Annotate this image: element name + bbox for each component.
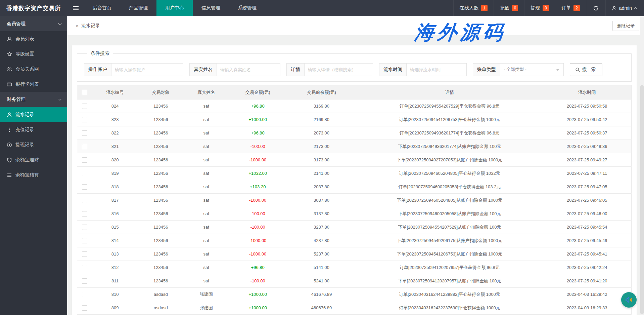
cell-real-name: saf — [183, 167, 229, 180]
row-checkbox[interactable] — [82, 292, 87, 297]
cell-trade-target: 123456 — [138, 247, 183, 261]
cell-balance-before: 3237.80 — [287, 221, 357, 234]
table-row: 811 123456 saf -100.00 5241.00 下单[202307… — [77, 274, 632, 288]
cell-balance-before: 460676.89 — [287, 301, 357, 315]
cell-trade-target: 123456 — [138, 234, 183, 247]
cell-balance-before: 4237.80 — [287, 234, 357, 247]
sidebar-group-member-management[interactable]: 会员管理 — [0, 16, 67, 31]
row-checkbox[interactable] — [82, 130, 87, 136]
cell-flow-id: 816 — [92, 207, 138, 221]
sidebar-item-yuebao-invest[interactable]: 余额宝理财 — [0, 152, 67, 167]
yen-circle-icon — [7, 142, 12, 148]
cell-flow-time: 2023-07-25 09:50:58 — [543, 100, 631, 113]
row-checkbox[interactable] — [82, 144, 87, 149]
stat-orders[interactable]: 订单 2 — [555, 0, 586, 16]
vertical-scrollbar[interactable] — [640, 16, 644, 315]
nav-item-system[interactable]: 系统管理 — [229, 0, 265, 16]
select-all-checkbox[interactable] — [82, 90, 87, 95]
sidebar-item-flow-records[interactable]: 流水记录 — [0, 107, 67, 122]
cell-flow-id: 817 — [92, 194, 138, 207]
delete-records-button[interactable]: 删除记录 — [612, 21, 639, 31]
operator-account-input[interactable] — [111, 63, 183, 76]
cell-detail: 下单[20230725094605204805]从账户扣除金额 1000元 — [357, 194, 543, 207]
row-checkbox[interactable] — [82, 171, 87, 176]
header-trade-amount: 交易金额(元) — [229, 85, 287, 100]
cell-balance-before: 461676.89 — [287, 288, 357, 301]
row-checkbox[interactable] — [82, 117, 87, 122]
row-checkbox[interactable] — [82, 278, 87, 284]
row-checkbox[interactable] — [82, 157, 87, 163]
header-trade-target: 交易对象 — [138, 85, 183, 100]
cell-real-name: saf — [183, 274, 229, 288]
cell-detail: 下单[20230725094554207529]从账户扣除金额 100元 — [357, 221, 543, 234]
flow-time-input[interactable] — [406, 63, 467, 76]
cell-real-name: 张建国 — [183, 288, 229, 301]
cell-trade-amount: -100.00 — [229, 221, 287, 234]
bill-type-select[interactable]: - 全部类型 - — [500, 63, 564, 76]
table-header-row: 流水编号 交易对象 真实姓名 交易金额(元) 交易前余额(元) 详情 流水时间 — [77, 85, 632, 100]
table-row: 821 123456 saf -100.00 2173.00 下单[202307… — [77, 140, 632, 153]
sidebar-item-level-settings[interactable]: 等级设置 — [0, 46, 67, 62]
table-row: 822 123456 saf +96.80 2073.00 订单[2023072… — [77, 126, 632, 140]
topbar-right: 在线人数 1 充值 0 提现 0 订单 2 admin — [453, 0, 644, 16]
sidebar-item-member-list[interactable]: 会员列表 — [0, 31, 67, 46]
sidebar-item-withdraw-records[interactable]: 提现记录 — [0, 137, 67, 152]
cell-detail: 订单[20230403162432237690]平仓获得金额 1000元 — [357, 301, 543, 315]
table-row: 813 123456 saf -1000.00 5237.80 下单[20230… — [77, 247, 632, 261]
breadcrumb: » 流水记录 — [76, 16, 100, 35]
cell-flow-time: 2023-07-25 09:45:49 — [543, 234, 631, 247]
cell-real-name: saf — [183, 153, 229, 167]
cell-balance-before: 3173.00 — [287, 153, 357, 167]
cell-flow-id: 814 — [92, 234, 138, 247]
search-icon — [575, 67, 580, 72]
cell-flow-id: 809 — [92, 301, 138, 315]
sidebar-group-finance-management[interactable]: 财务管理 — [0, 92, 67, 107]
cell-flow-id: 810 — [92, 288, 138, 301]
hamburger-menu-icon[interactable] — [67, 0, 84, 16]
cell-real-name: saf — [183, 126, 229, 140]
sidebar-item-recharge-records[interactable]: 充值记录 — [0, 122, 67, 137]
scrollbar-thumb[interactable] — [640, 85, 644, 314]
stat-online-users[interactable]: 在线人数 1 — [453, 0, 494, 16]
cell-trade-amount: -1000.00 — [229, 247, 287, 261]
stat-withdraw[interactable]: 提现 0 — [524, 0, 555, 16]
sidebar-item-yuebao-settle[interactable]: 余额宝结算 — [0, 167, 67, 183]
row-checkbox[interactable] — [82, 104, 87, 109]
cell-balance-before: 5241.00 — [287, 274, 357, 288]
row-checkbox[interactable] — [82, 198, 87, 203]
nav-item-information[interactable]: 信息管理 — [193, 0, 229, 16]
real-name-input[interactable] — [217, 63, 280, 76]
chevron-up-icon — [634, 7, 637, 10]
nav-item-dashboard[interactable]: 后台首页 — [84, 0, 120, 16]
nav-item-products[interactable]: 产品管理 — [120, 0, 156, 16]
cell-trade-target: 123456 — [138, 167, 183, 180]
sidebar-item-member-network[interactable]: 会员关系网 — [0, 62, 67, 77]
admin-menu[interactable]: admin — [605, 0, 644, 16]
cell-real-name: saf — [183, 113, 229, 126]
row-checkbox[interactable] — [82, 225, 87, 230]
table-row: 823 123456 saf +1000.00 2169.80 订单[20230… — [77, 113, 632, 126]
refresh-icon[interactable] — [586, 0, 605, 16]
row-checkbox[interactable] — [82, 211, 87, 216]
cell-flow-time: 2023-07-25 09:47:11 — [543, 167, 631, 180]
row-checkbox[interactable] — [82, 251, 87, 257]
row-checkbox[interactable] — [82, 305, 87, 311]
nav-item-user-center[interactable]: 用户中心 — [156, 0, 193, 16]
cell-balance-before: 3037.80 — [287, 194, 357, 207]
cell-balance-before: 2037.80 — [287, 180, 357, 194]
filter-bill-type: 账单类型 - 全部类型 - — [473, 63, 564, 76]
user-icon — [7, 36, 12, 42]
stat-recharge[interactable]: 充值 0 — [494, 0, 524, 16]
row-checkbox[interactable] — [82, 184, 87, 190]
cell-trade-amount: -100.00 — [229, 274, 287, 288]
row-checkbox[interactable] — [82, 238, 87, 243]
table-row: 812 123456 saf +96.80 5141.00 订单[2023072… — [77, 261, 632, 274]
sound-notification-button[interactable] — [621, 292, 637, 308]
sidebar-item-bank-card-list[interactable]: 银行卡列表 — [0, 77, 67, 92]
search-button[interactable]: 搜 索 — [570, 63, 602, 76]
filter-flow-time: 流水时间 — [379, 63, 467, 76]
detail-input[interactable] — [304, 63, 373, 76]
cell-real-name: saf — [183, 180, 229, 194]
cell-trade-target: 123456 — [138, 274, 183, 288]
row-checkbox[interactable] — [82, 265, 87, 270]
